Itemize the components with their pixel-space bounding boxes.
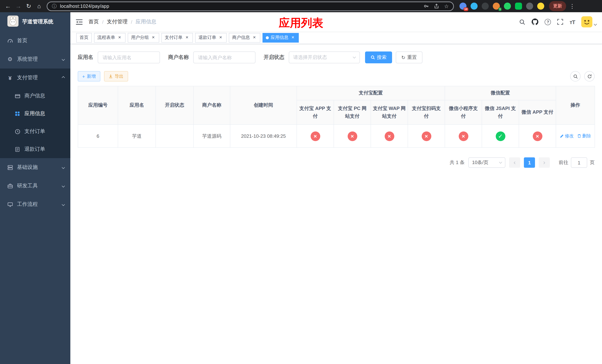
password-key-icon[interactable] <box>424 3 429 9</box>
sidebar-item-label: 工作流程 <box>17 201 38 208</box>
plus-icon: + <box>82 74 85 79</box>
forward-icon[interactable]: → <box>13 1 23 11</box>
delete-link[interactable]: 删除 <box>577 133 591 139</box>
goto-page-input[interactable] <box>571 157 587 168</box>
prev-page-button[interactable]: ‹ <box>509 157 520 168</box>
bookmark-star-icon[interactable]: ☆ <box>444 3 449 9</box>
tab-refund-order[interactable]: 退款订单× <box>195 33 226 43</box>
page-number-button[interactable]: 1 <box>524 157 535 168</box>
toggle-search-button[interactable] <box>570 71 580 81</box>
tab-user-group[interactable]: 用户分组× <box>128 33 159 43</box>
sidebar-item-dev-tools[interactable]: 研发工具 <box>0 177 70 195</box>
extensions-row: 10 1 <box>460 3 544 10</box>
sidebar-item-home[interactable]: 首页 <box>0 32 70 50</box>
col-header-alipay-scan: 支付宝扫码支付 <box>408 100 445 125</box>
extension-puzzle2-icon[interactable] <box>526 3 533 10</box>
refresh-table-button[interactable] <box>584 71 595 81</box>
sidebar: 芋道管理系统 首页 ⚙ 系统管理 ¥ 支付管理 商户信息 应用信息 <box>0 12 70 364</box>
font-size-icon[interactable]: тT <box>570 19 575 25</box>
cell-wechat-mini: × <box>445 125 482 148</box>
sidebar-item-pay-order[interactable]: 支付订单 <box>0 123 70 140</box>
table-row: 6 芋道 芋道源码 2021-10-23 08:49:25 × × × × × … <box>78 125 595 148</box>
cell-wechat-app: × <box>519 125 556 148</box>
home-icon[interactable]: ⌂ <box>34 1 44 11</box>
sidebar-item-workflow[interactable]: 工作流程 <box>0 195 70 214</box>
search-button[interactable]: 搜索 <box>365 52 392 63</box>
export-button[interactable]: 导出 <box>104 71 128 81</box>
search-icon[interactable] <box>519 19 526 25</box>
tab-pay-order[interactable]: 支付订单× <box>161 33 193 43</box>
extension-avatar-icon[interactable]: 1 <box>493 3 500 10</box>
tab-label: 商户信息 <box>232 34 250 41</box>
col-header-create-time: 创建时间 <box>230 86 297 125</box>
edit-link[interactable]: 修改 <box>559 133 574 139</box>
disabled-cross-icon: × <box>385 131 394 141</box>
user-avatar[interactable] <box>581 16 596 27</box>
document-icon <box>14 146 21 152</box>
sidebar-item-app-info[interactable]: 应用信息 <box>0 105 70 123</box>
sidebar-item-system[interactable]: ⚙ 系统管理 <box>0 50 70 68</box>
tab-app-info[interactable]: 应用信息× <box>262 33 299 43</box>
extension-emoji-icon[interactable] <box>537 3 544 10</box>
reload-icon[interactable]: ↻ <box>24 1 34 11</box>
fullscreen-icon[interactable] <box>557 19 563 25</box>
breadcrumb-section[interactable]: 支付管理 <box>107 19 128 25</box>
pagination-total: 共 1 条 <box>450 159 465 166</box>
download-icon <box>108 74 113 78</box>
close-icon[interactable]: × <box>184 35 190 40</box>
sidebar-item-merchant-info[interactable]: 商户信息 <box>0 87 70 105</box>
page-size-select[interactable]: 10条/页 <box>468 157 505 168</box>
add-button[interactable]: + 新增 <box>78 71 100 81</box>
cell-alipay-scan: × <box>408 125 445 148</box>
extension-green-square-icon[interactable] <box>515 3 522 10</box>
sidebar-item-payment[interactable]: ¥ 支付管理 <box>0 68 70 87</box>
address-bar[interactable]: ⓘ localhost:1024/pay/app ☆ <box>47 1 454 11</box>
sidebar-item-refund-order[interactable]: 退款订单 <box>0 140 70 158</box>
group-header-alipay: 支付宝配置 <box>297 86 445 100</box>
tab-merchant-info[interactable]: 商户信息× <box>229 33 260 43</box>
extension-whatsapp-icon[interactable] <box>504 3 511 10</box>
sidebar-fold-icon[interactable] <box>76 19 83 25</box>
monitor-icon <box>7 202 13 207</box>
tab-process-form[interactable]: 流程表单× <box>94 33 126 43</box>
filter-form: 应用名 商户名称 开启状态 请选择开启状态 搜索 ↻ 重置 <box>78 52 595 63</box>
chevron-down-icon <box>353 55 356 58</box>
github-icon[interactable] <box>532 19 538 25</box>
close-icon[interactable]: × <box>252 35 257 40</box>
chevron-down-icon <box>62 184 65 188</box>
reset-button[interactable]: ↻ 重置 <box>396 52 422 63</box>
next-page-button[interactable]: › <box>539 157 550 168</box>
extension-drop-icon[interactable] <box>471 3 478 10</box>
tab-label: 退款订单 <box>198 34 216 41</box>
tab-label: 用户分组 <box>131 34 149 41</box>
tab-label: 流程表单 <box>97 34 115 41</box>
close-icon[interactable]: × <box>151 35 156 40</box>
breadcrumb-separator: / <box>102 19 104 25</box>
site-info-icon[interactable]: ⓘ <box>52 3 57 10</box>
sidebar-logo-row[interactable]: 芋道管理系统 <box>0 12 70 32</box>
close-icon[interactable]: × <box>290 35 295 40</box>
col-header-app-id: 应用编号 <box>78 86 118 125</box>
cell-app-name: 芋道 <box>118 125 156 148</box>
close-icon[interactable]: × <box>218 35 223 40</box>
col-header-status: 开启状态 <box>156 86 194 125</box>
toolbox-icon <box>7 183 13 189</box>
help-icon[interactable]: ? <box>545 19 551 25</box>
tab-home[interactable]: 首页 <box>76 33 92 43</box>
breadcrumb-home[interactable]: 首页 <box>88 19 99 25</box>
search-button-label: 搜索 <box>377 54 387 61</box>
sidebar-item-infra[interactable]: 基础设施 <box>0 158 70 177</box>
app-name-input[interactable] <box>98 52 160 63</box>
status-select[interactable]: 请选择开启状态 <box>289 52 360 63</box>
extension-puzzle-icon[interactable]: 10 <box>460 3 466 10</box>
close-icon[interactable]: × <box>117 35 122 40</box>
breadcrumb-current: 应用信息 <box>136 19 156 25</box>
extension-dark-icon[interactable] <box>482 3 489 10</box>
dashboard-icon <box>7 38 13 43</box>
back-icon[interactable]: ← <box>3 1 13 11</box>
share-icon[interactable] <box>434 3 439 9</box>
browser-menu-icon[interactable]: ⋮ <box>570 3 575 10</box>
tab-label: 支付订单 <box>165 34 183 41</box>
browser-update-button[interactable]: 更新 <box>549 1 566 11</box>
merchant-name-input[interactable] <box>193 52 256 63</box>
